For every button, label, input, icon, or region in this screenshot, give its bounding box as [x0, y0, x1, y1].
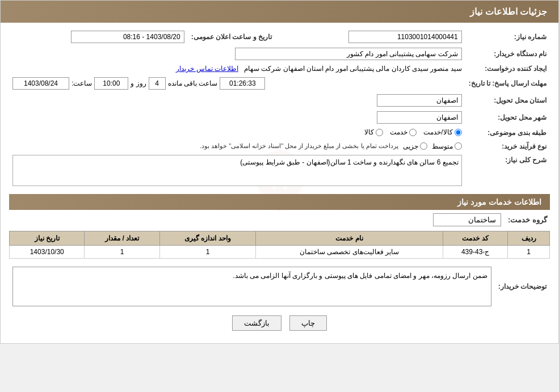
col-kod: کد خدمت	[443, 231, 508, 245]
mohlat-date-box: 1403/08/24	[12, 77, 69, 90]
col-radif: ردیف	[508, 231, 550, 245]
print-button[interactable]: چاپ	[289, 315, 327, 331]
tarikh-ealan-value: 1403/08/20 - 08:16	[9, 28, 188, 45]
back-button[interactable]: بازگشت	[232, 315, 281, 331]
tarikh-ealan-label: تاریخ و ساعت اعلان عمومی:	[188, 28, 275, 45]
tabaqe-khadamat-option[interactable]: خدمت	[390, 128, 417, 136]
tabaqe-kala-option[interactable]: کالا	[364, 128, 383, 136]
sharh-label: شرح کلی نیاز:	[465, 153, 550, 188]
col-tarikh: تاریخ نیاز	[10, 231, 85, 245]
mohlat-saat-label: ساعت:	[72, 79, 92, 87]
services-title: اطلاعات خدمات مورد نیاز	[457, 197, 541, 206]
noee-moutasat-option[interactable]: متوسط	[432, 142, 462, 150]
group-label: گروه خدمت:	[508, 216, 547, 224]
nam-dastgah-label: نام دستگاه خریدار:	[465, 45, 550, 62]
tabaqe-kala-radio[interactable]	[376, 129, 383, 136]
cell-name: سایر فعالیت‌های تخصصی ساختمان	[256, 245, 443, 258]
page-title: جزئیات اطلاعات نیاز	[470, 7, 547, 16]
shomara-niyaz-label: شماره نیاز:	[465, 28, 550, 45]
tabaqe-kala-khadamat-radio[interactable]	[455, 129, 462, 136]
tabaqe-radio-group: کالا/خدمت خدمت کالا	[364, 128, 461, 136]
noee-jozi-label: جزیی	[403, 142, 418, 150]
noee-moutasat-label: متوسط	[432, 142, 453, 150]
col-tedad: تعداد / مقدار	[85, 231, 159, 245]
tabaqe-kala-khadamat-label: کالا/خدمت	[423, 128, 452, 136]
tabaqe-khadamat-label: خدمت	[390, 128, 407, 136]
tabaqe-khadamat-radio[interactable]	[409, 129, 417, 136]
noee-farayand-label: نوع فرآیند خرید:	[465, 140, 550, 153]
noee-jozi-radio[interactable]	[420, 142, 427, 150]
buyer-desc-value: ضمن ارسال رزومه، مهر و امضای تمامی فایل …	[12, 267, 491, 306]
ostan-value: اصفهان	[377, 94, 462, 107]
buttons-row: چاپ بازگشت	[9, 315, 550, 331]
mohlat-baqi-box: 01:26:33	[220, 77, 265, 90]
cell-unit: 1	[159, 245, 256, 258]
shomara-niyaz-value: 1103001014000441	[287, 28, 465, 45]
cell-tedad: 1	[85, 245, 159, 258]
noee-moutasat-radio[interactable]	[455, 142, 462, 150]
cell-tarikh: 1403/10/30	[10, 245, 85, 258]
tabaqe-label: طبقه بندی موضوعی:	[465, 126, 550, 140]
cell-radif: 1	[508, 245, 550, 258]
tabaqe-kala-label: کالا	[364, 128, 374, 136]
noee-jozi-option[interactable]: جزیی	[403, 142, 427, 150]
mohlat-saat-box: 10:00	[94, 77, 128, 90]
sharh-value: تجمیع 6 سالن های نگهدارنده و ساخت 1 سالن…	[12, 155, 462, 186]
mohlat-roz-box: 4	[149, 77, 166, 90]
mohlat-baqi-label: ساعت باقی مانده	[168, 79, 218, 87]
nam-dastgah-value: شرکت سهامی پشتیبانی امور دام کشور	[235, 48, 462, 60]
mohlat-label: مهلت ارسال پاسخ: تا تاریخ:	[465, 75, 550, 92]
cell-kod: ج-43-439	[443, 245, 508, 258]
tarikh-ealan-box: 1403/08/20 - 08:16	[71, 31, 184, 43]
ijad-value: سید منصور سیدی کاردان مالی پشتیبانی امور…	[244, 65, 462, 73]
services-table: ردیف کد خدمت نام خدمت واحد اندازه گیری ت…	[9, 231, 550, 259]
table-row: 1 ج-43-439 سایر فعالیت‌های تخصصی ساختمان…	[10, 245, 550, 258]
col-unit: واحد اندازه گیری	[159, 231, 256, 245]
tabaqe-kala-khadamat-option[interactable]: کالا/خدمت	[423, 128, 461, 136]
ijad-link[interactable]: اطلاعات تماس خریدار	[176, 65, 238, 73]
ijad-label: ایجاد کننده درخواست:	[465, 62, 550, 75]
mohlat-roz-label: روز و	[131, 79, 146, 87]
page-header: جزئیات اطلاعات نیاز	[1, 1, 558, 23]
col-name: نام خدمت	[256, 231, 443, 245]
buyer-desc-label: توضیحات خریدار:	[495, 264, 550, 309]
noee-farayand-desc: پرداخت تمام یا بخشی از مبلغ خریدار از مح…	[200, 142, 398, 150]
shahr-value: اصفهان	[377, 111, 462, 124]
shomara-niyaz-box: 1103001014000441	[348, 31, 462, 43]
ostan-label: استان محل تحویل:	[465, 92, 550, 109]
shahr-label: شهر محل تحویل:	[465, 109, 550, 126]
services-section-header: اطلاعات خدمات مورد نیاز	[9, 194, 550, 210]
group-value: ساختمان	[433, 213, 501, 226]
